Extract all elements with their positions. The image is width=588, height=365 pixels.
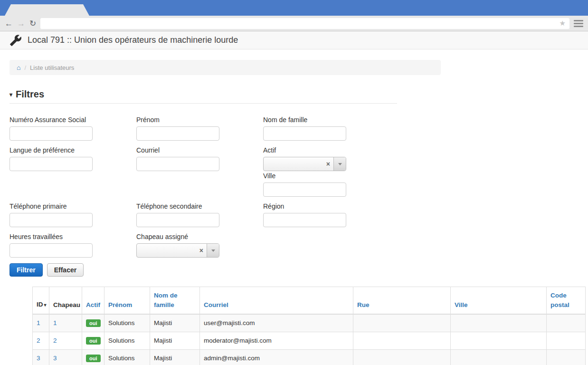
- browser-menu-icon[interactable]: [574, 20, 583, 27]
- ville-input[interactable]: [263, 182, 346, 197]
- column-header-courriel[interactable]: Courriel: [200, 287, 353, 315]
- telephone-primaire-label: Téléphone primaire: [9, 202, 136, 211]
- breadcrumb-current: Liste utilisateurs: [30, 64, 74, 71]
- prenom-value-cell: Solutions: [104, 350, 150, 365]
- code-postal-value-cell: [547, 332, 586, 350]
- numero-assurance-social-input[interactable]: [9, 126, 93, 141]
- heures-travaillees-input[interactable]: [9, 243, 93, 258]
- reload-icon[interactable]: ↻: [29, 19, 36, 28]
- table-row: 11ouiSolutionsMajistiuser@majisti.com: [33, 314, 586, 332]
- prenom-label: Prénom: [136, 116, 263, 124]
- code-postal-value-cell: [547, 350, 586, 365]
- user-id-link[interactable]: 1: [37, 319, 40, 327]
- chapeau-link[interactable]: 3: [53, 355, 57, 362]
- wrench-icon: [9, 34, 22, 47]
- prenom-value-cell: Solutions: [104, 314, 150, 332]
- home-icon[interactable]: ⌂: [17, 64, 20, 71]
- telephone-secondaire-input[interactable]: [136, 213, 219, 227]
- ville-value-cell: [451, 332, 547, 350]
- nom-value-cell: Majisti: [150, 332, 200, 350]
- ville-label: Ville: [263, 172, 390, 180]
- chapeau-assigne-label: Chapeau assigné: [136, 233, 263, 241]
- chapeau-link-cell: 2: [49, 332, 82, 350]
- actif-badge: oui: [86, 337, 101, 345]
- chapeau-link-cell: 1: [49, 314, 82, 332]
- rue-value-cell: [353, 350, 451, 365]
- chapeau-link[interactable]: 1: [53, 319, 57, 327]
- chevron-down-icon[interactable]: [333, 157, 346, 171]
- ville-value-cell: [451, 350, 547, 365]
- telephone-secondaire-label: Téléphone secondaire: [136, 202, 263, 211]
- numero-assurance-social-label: Numéro Assurance Social: [9, 116, 136, 124]
- browser-tab[interactable]: [5, 4, 89, 16]
- rue-value-cell: [353, 332, 451, 350]
- clear-button[interactable]: Effacer: [47, 263, 84, 277]
- actif-badge: oui: [86, 355, 101, 362]
- courriel-input[interactable]: [136, 157, 219, 171]
- actif-badge-cell: oui: [82, 314, 104, 332]
- users-table-body: 11ouiSolutionsMajistiuser@majisti.com22o…: [33, 314, 586, 365]
- sort-desc-icon: ▾: [44, 302, 47, 307]
- browser-titlebar: [0, 0, 588, 16]
- column-header-chapeau[interactable]: Chapeau: [49, 287, 82, 315]
- back-icon[interactable]: ←: [5, 19, 13, 28]
- courriel-label: Courriel: [136, 146, 263, 154]
- langue-de-preference-input[interactable]: [9, 157, 93, 171]
- heures-travaillees-label: Heures travaillées: [9, 233, 136, 241]
- prenom-value-cell: Solutions: [104, 332, 150, 350]
- column-header-ville[interactable]: Ville: [451, 287, 547, 315]
- forward-icon: →: [17, 19, 25, 28]
- table-header-row: ID▾ Chapeau Actif Prénom Nom de famille …: [33, 287, 586, 315]
- courriel-value-cell: admin@majisti.com: [200, 350, 353, 365]
- browser-toolbar: ← → ↻ ★: [0, 16, 588, 31]
- filters-heading: Filtres: [16, 89, 44, 100]
- chapeau-link[interactable]: 2: [53, 337, 57, 344]
- actif-badge-cell: oui: [82, 350, 104, 365]
- actif-select[interactable]: ×: [263, 157, 346, 171]
- breadcrumb: ⌂ / Liste utilisateurs: [9, 60, 441, 75]
- site-navbar: Local 791 :: Union des opérateurs de mac…: [0, 31, 588, 49]
- filters-divider: [9, 103, 397, 104]
- nom-value-cell: Majisti: [150, 314, 200, 332]
- page-title: Local 791 :: Union des opérateurs de mac…: [28, 35, 238, 45]
- nom-de-famille-input[interactable]: [263, 126, 346, 141]
- actif-badge-cell: oui: [82, 332, 104, 350]
- langue-de-preference-label: Langue de préférence: [9, 146, 136, 154]
- column-header-id-label: ID: [37, 301, 43, 308]
- courriel-value-cell: moderator@majisti.com: [200, 332, 353, 350]
- chapeau-assigne-select[interactable]: ×: [136, 243, 219, 258]
- address-bar[interactable]: ★: [40, 18, 569, 29]
- prenom-input[interactable]: [136, 126, 219, 141]
- breadcrumb-separator: /: [24, 64, 26, 71]
- code-postal-value-cell: [547, 314, 586, 332]
- user-id-link-cell: 3: [33, 350, 49, 365]
- filters-section-toggle[interactable]: ▾ Filtres: [9, 89, 588, 100]
- actif-badge: oui: [86, 319, 101, 327]
- rue-value-cell: [353, 314, 451, 332]
- telephone-primaire-input[interactable]: [9, 213, 93, 227]
- column-header-rue[interactable]: Rue: [353, 287, 451, 315]
- column-header-actif[interactable]: Actif: [82, 287, 104, 315]
- nom-de-famille-label: Nom de famille: [263, 116, 390, 124]
- column-header-code-postal[interactable]: Code postal: [547, 287, 586, 315]
- user-id-link[interactable]: 2: [37, 337, 40, 344]
- collapse-caret-icon: ▾: [9, 91, 12, 98]
- region-input[interactable]: [263, 213, 346, 227]
- chevron-down-icon[interactable]: [207, 244, 219, 257]
- clear-icon[interactable]: ×: [323, 157, 333, 171]
- column-header-nom-de-famille[interactable]: Nom de famille: [150, 287, 200, 315]
- column-header-id[interactable]: ID▾: [33, 287, 49, 315]
- user-id-link[interactable]: 3: [37, 355, 40, 362]
- bookmark-star-icon[interactable]: ★: [560, 19, 566, 28]
- clear-icon[interactable]: ×: [196, 244, 207, 257]
- column-header-prenom[interactable]: Prénom: [104, 287, 150, 315]
- chapeau-link-cell: 3: [49, 350, 82, 365]
- region-label: Région: [263, 202, 390, 211]
- table-row: 33ouiSolutionsMajistiadmin@majisti.com: [33, 350, 586, 365]
- table-row: 22ouiSolutionsMajistimoderator@majisti.c…: [33, 332, 586, 350]
- actif-label: Actif: [263, 146, 390, 154]
- courriel-value-cell: user@majisti.com: [200, 314, 353, 332]
- url-input[interactable]: [44, 20, 559, 27]
- filter-button[interactable]: Filtrer: [9, 263, 43, 277]
- nom-value-cell: Majisti: [150, 350, 200, 365]
